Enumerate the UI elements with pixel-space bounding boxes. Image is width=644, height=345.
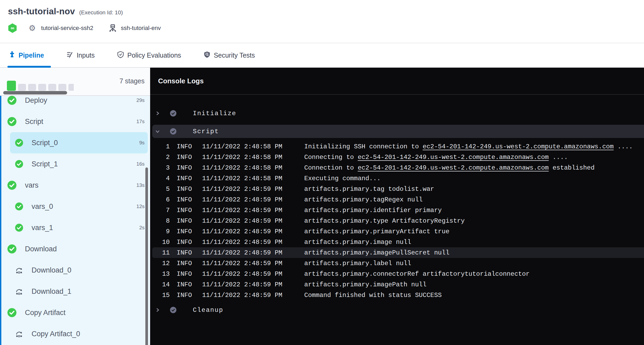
log-row: 6INFO11/11/2022 2:48:59 PMartifacts.prim… <box>150 194 644 205</box>
log-text: Command finished with status SUCCESS <box>304 292 442 299</box>
console-body: Initialize Script 1INFO11/11/2022 2:48:5… <box>150 95 644 345</box>
log-timestamp: 11/11/2022 2:48:59 PM <box>202 186 282 193</box>
log-line-number: 14 <box>154 281 170 288</box>
log-level: INFO <box>177 292 192 299</box>
stage-duration: 29s <box>136 97 145 103</box>
log-message: artifacts.primary.identifier primary <box>304 207 442 214</box>
log-message: artifacts.primary.primaryArtifact true <box>304 228 449 235</box>
success-check-icon <box>7 244 16 253</box>
stage-block-complete <box>7 81 16 91</box>
stage-label: Download_0 <box>32 266 71 274</box>
chevron-right-icon[interactable] <box>155 111 160 116</box>
environment-link[interactable]: ssh-tutorial-env <box>121 25 161 32</box>
log-message: artifacts.primary.imagePullSecret null <box>304 249 449 256</box>
stage-progress-blocks <box>7 80 74 91</box>
log-message: Connecting to ec2-54-201-142-249.us-west… <box>304 154 568 161</box>
log-timestamp: 11/11/2022 2:48:58 PM <box>202 164 282 171</box>
log-host-link[interactable]: ec2-54-201-142-249.us-west-2.compute.ama… <box>358 164 549 171</box>
log-host-link[interactable]: ec2-54-201-142-249.us-west-2.compute.ama… <box>358 154 549 161</box>
status-check-icon <box>170 307 177 313</box>
stage-block-pending <box>28 84 36 91</box>
gear-icon: ⚙ <box>29 24 36 32</box>
stage-label: Copy Artifact <box>25 309 66 317</box>
log-row: 1INFO11/11/2022 2:48:58 PMInitializing S… <box>150 141 644 152</box>
log-section-script[interactable]: Script <box>152 125 644 138</box>
log-text: established <box>549 164 595 171</box>
service-link[interactable]: tutorial-service-ssh2 <box>41 25 93 32</box>
stage-row-deploy[interactable]: Deploy29s <box>0 96 150 111</box>
log-message: Executing command... <box>304 175 381 182</box>
log-level: INFO <box>177 175 192 182</box>
log-text: .... <box>549 154 568 161</box>
step-group-icon <box>15 287 23 295</box>
console-header: Console Logs <box>150 68 644 95</box>
log-row: 13INFO11/11/2022 2:48:59 PMartifacts.pri… <box>150 269 644 279</box>
log-row: 3INFO11/11/2022 2:48:58 PMConnection to … <box>150 162 644 173</box>
stage-duration: 16s <box>136 161 145 167</box>
log-level: INFO <box>177 196 192 203</box>
stage-row-vars-0[interactable]: vars_012s <box>0 196 150 217</box>
log-text: Executing command... <box>304 175 381 182</box>
success-check-icon <box>15 139 23 147</box>
log-level: INFO <box>177 207 192 214</box>
log-level: INFO <box>177 143 192 150</box>
log-line-number: 2 <box>154 154 170 161</box>
stage-row-download-0[interactable]: Download_0 <box>0 260 150 281</box>
log-text: Initializing SSH connection to <box>304 143 423 150</box>
stage-label: Download <box>25 245 57 253</box>
stage-duration: 12s <box>136 204 145 209</box>
stage-label: Script <box>25 118 43 126</box>
stage-row-script[interactable]: Script17s <box>0 111 150 132</box>
stage-row-script-1[interactable]: Script_116s <box>0 153 150 175</box>
log-timestamp: 11/11/2022 2:48:59 PM <box>202 260 282 267</box>
log-host-link[interactable]: ec2-54-201-142-249.us-west-2.compute.ama… <box>423 143 613 150</box>
execution-tabbar: Pipeline Inputs Policy Evaluations <box>0 43 644 68</box>
log-line-number: 11 <box>154 249 170 256</box>
log-section-initialize[interactable]: Initialize <box>150 107 644 120</box>
log-row: 11INFO11/11/2022 2:48:59 PMartifacts.pri… <box>152 247 644 258</box>
stage-block-pending <box>68 84 74 91</box>
tab-pipeline[interactable]: Pipeline <box>8 43 44 67</box>
log-line-number: 13 <box>154 270 170 278</box>
log-text: .... <box>614 143 633 150</box>
stage-row-copy-artifact[interactable]: Copy Artifact <box>0 302 150 323</box>
tab-security-tests[interactable]: Security Tests <box>203 43 255 67</box>
stage-row-script-0[interactable]: Script_09s <box>10 132 148 153</box>
log-message: artifacts.primary.image null <box>304 239 411 246</box>
log-level: INFO <box>177 249 192 256</box>
log-timestamp: 11/11/2022 2:48:58 PM <box>202 154 282 161</box>
log-line-number: 7 <box>154 207 170 214</box>
log-timestamp: 11/11/2022 2:48:59 PM <box>202 239 282 246</box>
stage-row-copy-artifact-0[interactable]: Copy Artifact_0 <box>0 323 150 344</box>
log-message: Initializing SSH connection to ec2-54-20… <box>304 143 633 150</box>
stage-row-download[interactable]: Download <box>0 238 150 260</box>
stage-row-vars[interactable]: vars13s <box>0 175 150 196</box>
vertical-scrollbar[interactable] <box>145 167 148 345</box>
stage-progress-header: 7 stages <box>0 68 150 96</box>
pipeline-icon <box>8 51 15 59</box>
stage-sidebar: 7 stages Deploy29s Script17s Script_09s … <box>0 68 150 345</box>
stage-block-pending <box>18 84 26 91</box>
stage-label: Copy Artifact_0 <box>32 330 80 338</box>
log-row: 2INFO11/11/2022 2:48:58 PMConnecting to … <box>150 152 644 162</box>
chevron-right-icon[interactable] <box>155 308 160 312</box>
stage-count-label: 7 stages <box>119 77 145 85</box>
log-timestamp: 11/11/2022 2:48:59 PM <box>202 207 282 214</box>
stage-row-vars-1[interactable]: vars_12s <box>0 217 150 238</box>
stage-block-pending <box>48 84 56 91</box>
log-message: artifacts.primary.imagePath null <box>304 281 427 288</box>
log-level: INFO <box>177 228 192 235</box>
log-line-number: 5 <box>154 186 170 193</box>
log-message: Command finished with status SUCCESS <box>304 292 442 299</box>
tab-inputs[interactable]: Inputs <box>66 43 95 67</box>
stage-row-download-1[interactable]: Download_1 <box>0 281 150 302</box>
log-section-cleanup[interactable]: Cleanup <box>150 303 644 317</box>
execution-header: ssh-tutorial-nov (Execution Id: 10) ∞ ⚙ … <box>0 0 644 43</box>
horizontal-scrollbar[interactable] <box>3 91 67 94</box>
log-message: artifacts.primary.type ArtifactoryRegist… <box>304 217 465 225</box>
log-level: INFO <box>177 281 192 288</box>
stage-list: Deploy29s Script17s Script_09s Script_11… <box>0 96 150 345</box>
chevron-down-icon[interactable] <box>155 129 160 134</box>
log-text: artifacts.primary.tagRegex null <box>304 196 423 203</box>
tab-policy-evaluations[interactable]: Policy Evaluations <box>117 43 181 67</box>
